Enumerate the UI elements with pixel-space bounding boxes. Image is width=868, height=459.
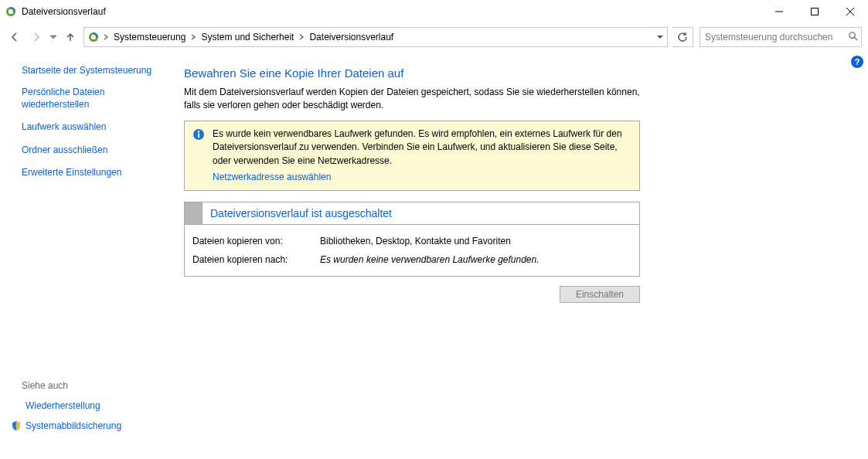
status-text: Dateiversionsverlauf ist ausgeschaltet (203, 202, 400, 224)
copy-to-label: Dateien kopieren nach: (192, 254, 320, 265)
chevron-right-icon[interactable] (103, 32, 109, 42)
search-icon[interactable] (848, 31, 858, 43)
footer-link-system-image-backup[interactable]: Systemabbildsicherung (11, 420, 184, 431)
svg-marker-10 (657, 36, 663, 39)
sidebar-item-select-drive[interactable]: Laufwerk auswählen (22, 121, 153, 134)
details-box: Dateien kopieren von: Bibliotheken, Desk… (184, 225, 640, 277)
breadcrumb-root-label: Systemsteuerung (114, 32, 186, 42)
app-icon (5, 5, 17, 18)
main-panel: Bewahren Sie eine Kopie Ihrer Dateien au… (184, 51, 640, 459)
footer-link-recovery[interactable]: Wiederherstellung (11, 400, 184, 411)
address-bar[interactable]: Systemsteuerung System und Sicherheit Da… (83, 27, 668, 47)
recent-locations-dropdown[interactable] (49, 34, 57, 40)
up-button[interactable] (62, 29, 79, 46)
svg-rect-15 (198, 133, 199, 138)
navigation-bar: Systemsteuerung System und Sicherheit Da… (0, 23, 868, 51)
shield-icon (11, 420, 22, 431)
see-also-heading: Siehe auch (11, 380, 184, 391)
footer-link-system-image-backup-label: Systemabbildsicherung (26, 420, 121, 431)
search-input[interactable] (703, 31, 845, 43)
maximize-button[interactable] (797, 0, 832, 23)
sidebar: Startseite der Systemsteuerung Persönlic… (0, 51, 184, 459)
control-panel-icon (87, 31, 100, 43)
chevron-right-icon[interactable] (298, 32, 305, 42)
page-title: Bewahren Sie eine Kopie Ihrer Dateien au… (184, 66, 640, 80)
status-color-block (185, 202, 203, 224)
copy-to-value: Es wurden keine verwendbaren Laufwerke g… (320, 254, 540, 265)
address-history-dropdown[interactable] (653, 28, 667, 46)
window-title: Dateiversionsverlauf (22, 6, 106, 17)
svg-line-12 (854, 37, 857, 40)
close-button[interactable] (832, 0, 868, 23)
intro-text: Mit dem Dateiversionsverlauf werden Kopi… (184, 86, 640, 113)
sidebar-item-restore[interactable]: Persönliche Dateien wiederherstellen (22, 87, 153, 110)
sidebar-item-advanced-settings[interactable]: Erweiterte Einstellungen (22, 167, 153, 179)
breadcrumb-mid-label: System und Sicherheit (201, 32, 294, 42)
breadcrumb-root[interactable]: Systemsteuerung (112, 32, 187, 42)
network-address-link[interactable]: Netzwerkadresse auswählen (213, 171, 331, 184)
chevron-right-icon[interactable] (190, 32, 196, 42)
refresh-button[interactable] (672, 27, 693, 47)
warning-box: Es wurde kein verwendbares Laufwerk gefu… (184, 121, 640, 192)
breadcrumb-leaf-label: Dateiversionsverlauf (309, 32, 393, 42)
svg-rect-3 (812, 8, 819, 15)
warning-text: Es wurde kein verwendbares Laufwerk gefu… (213, 128, 622, 166)
breadcrumb-mid[interactable]: System und Sicherheit (199, 32, 295, 42)
info-icon (192, 128, 205, 141)
forward-button[interactable] (28, 29, 45, 46)
copy-from-label: Dateien kopieren von: (192, 236, 320, 246)
sidebar-item-exclude-folders[interactable]: Ordner ausschließen (22, 144, 153, 157)
minimize-button[interactable] (761, 0, 797, 23)
footer-link-recovery-label: Wiederherstellung (26, 400, 100, 411)
back-button[interactable] (6, 29, 23, 46)
svg-point-11 (849, 32, 855, 38)
breadcrumb-leaf[interactable]: Dateiversionsverlauf (308, 32, 395, 42)
search-box[interactable] (700, 27, 862, 47)
window-titlebar: Dateiversionsverlauf (0, 0, 868, 23)
svg-point-14 (198, 131, 199, 132)
sidebar-home-link[interactable]: Startseite der Systemsteuerung (22, 65, 184, 76)
copy-from-value: Bibliotheken, Desktop, Kontakte und Favo… (320, 236, 511, 246)
turn-on-button[interactable]: Einschalten (560, 286, 640, 303)
status-bar: Dateiversionsverlauf ist ausgeschaltet (184, 202, 640, 225)
svg-marker-6 (50, 36, 56, 39)
